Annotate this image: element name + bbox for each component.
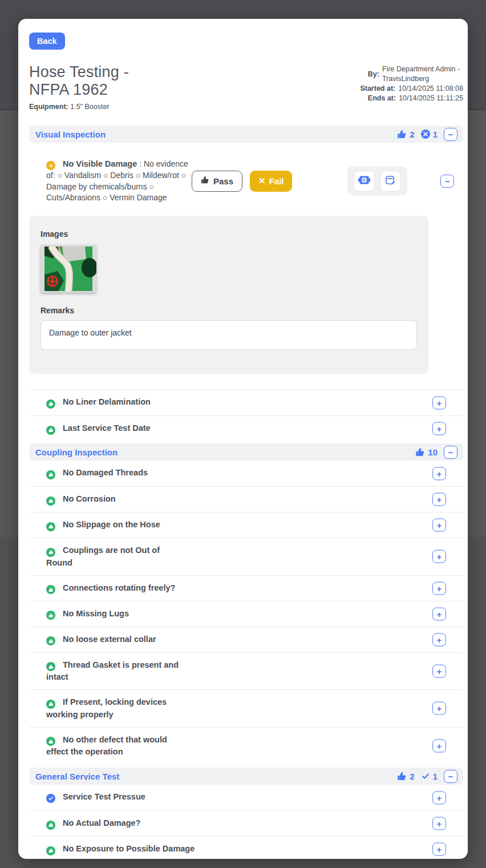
collapse-item-button[interactable]: − xyxy=(440,175,454,188)
started-value: 10/14/2025 11:08:08 xyxy=(398,84,463,94)
expand-item-button[interactable]: + xyxy=(432,467,446,480)
checklist-item: No other defect that would effect the op… xyxy=(29,727,463,765)
pass-status-icon xyxy=(46,846,55,855)
check-count-badge: 1 xyxy=(421,772,438,781)
pass-status-icon xyxy=(46,548,55,557)
remarks-textarea[interactable]: Damage to outer jacket xyxy=(40,320,417,350)
thumbs-up-icon xyxy=(397,130,407,139)
expand-item-button[interactable]: + xyxy=(432,791,446,804)
expand-item-button[interactable]: + xyxy=(432,739,446,752)
by-label: By: xyxy=(368,70,379,79)
expand-item-button[interactable]: + xyxy=(432,396,446,409)
x-circle-icon xyxy=(421,130,430,139)
checklist-item: Thread Gasket is present and intact + xyxy=(29,652,463,690)
item-text: No Visible Damage : No evidence of: ○ Va… xyxy=(29,159,192,204)
remarks-label: Remarks xyxy=(40,306,417,315)
section-header-general-service-test: General Service Test 2 1 − xyxy=(29,768,463,785)
item-detail-panel: Images Remarks Damage to outer jacket xyxy=(29,216,428,374)
checklist-item: No Exposure to Possible Damage + xyxy=(29,836,463,862)
camera-icon xyxy=(358,175,370,187)
checklist-item: No Liner Delamination + xyxy=(29,390,463,415)
by-line: By: Fire Department Admin - TravisLindbe… xyxy=(360,64,463,84)
collapse-section-button[interactable]: − xyxy=(444,446,457,459)
pass-status-icon xyxy=(46,585,55,594)
started-line: Started at: 10/14/2025 11:08:08 xyxy=(360,84,463,94)
pass-status-icon xyxy=(46,496,55,506)
report-meta: By: Fire Department Admin - TravisLindbe… xyxy=(360,63,463,111)
expand-item-button[interactable]: + xyxy=(432,843,446,856)
ends-value: 10/14/2025 11:11:25 xyxy=(399,94,463,103)
pass-status-icon xyxy=(46,636,55,645)
checklist-item-expanded: No Visible Damage : No evidence of: ○ Va… xyxy=(29,151,463,211)
thumbs-up-icon xyxy=(397,772,407,781)
pass-status-icon xyxy=(46,700,55,709)
images-label: Images xyxy=(40,229,417,239)
check-status-icon xyxy=(46,794,55,803)
expand-item-button[interactable]: + xyxy=(432,550,446,563)
general-service-test-items: Service Test Pressue + No Actual Damage?… xyxy=(29,785,463,862)
pass-status-icon xyxy=(46,662,55,671)
by-value: Fire Department Admin - TravisLindberg xyxy=(382,64,463,84)
inspection-photo-thumbnail[interactable] xyxy=(40,245,96,293)
expand-item-button[interactable]: + xyxy=(432,493,446,506)
checklist-item: Last Service Test Date + xyxy=(29,415,463,441)
expand-item-button[interactable]: + xyxy=(432,664,446,677)
collapse-section-button[interactable]: − xyxy=(444,770,457,783)
fail-button[interactable]: ✕ Fail xyxy=(250,171,292,192)
collapse-section-button[interactable]: − xyxy=(444,128,457,141)
checklist-item: No Corrosion + xyxy=(29,486,463,512)
images-camera-button[interactable] xyxy=(354,171,375,192)
pass-button[interactable]: Pass xyxy=(192,171,242,192)
inspection-report-modal: Back Hose Testing - NFPA 1962 Equipment:… xyxy=(18,19,468,859)
page-title: Hose Testing - NFPA 1962 xyxy=(29,63,129,99)
pass-count-badge: 10 xyxy=(415,447,438,457)
x-mark-icon: ✕ xyxy=(258,176,266,186)
section-title: Visual Inspection xyxy=(35,130,106,139)
pass-status-icon xyxy=(46,611,55,620)
section-title: Coupling Inspection xyxy=(35,447,118,457)
ends-label: Ends at: xyxy=(368,94,396,103)
expand-item-button[interactable]: + xyxy=(432,519,446,532)
pass-status-icon xyxy=(46,737,55,746)
visual-inspection-items: No Liner Delamination + Last Service Tes… xyxy=(29,389,463,441)
item-title: No Visible Damage xyxy=(63,159,137,168)
note-edit-icon xyxy=(385,175,396,187)
pass-status-icon xyxy=(46,399,55,409)
pass-status-icon xyxy=(46,522,55,531)
item-tools-group xyxy=(347,166,407,196)
expand-item-button[interactable]: + xyxy=(432,702,446,715)
checklist-item: Couplings are not Out of Round + xyxy=(29,538,463,575)
pass-status-icon xyxy=(46,426,55,435)
fail-count-badge: 1 xyxy=(421,130,438,139)
thumbs-up-icon xyxy=(415,447,425,457)
coupling-inspection-items: No Damaged Threads + No Corrosion + No S… xyxy=(29,461,463,764)
section-header-visual-inspection: Visual Inspection 2 1 − xyxy=(29,126,463,143)
expand-item-button[interactable]: + xyxy=(432,422,446,435)
checklist-item: No Actual Damage? + xyxy=(29,810,463,836)
pass-count-badge: 2 xyxy=(397,772,414,781)
expand-item-button[interactable]: + xyxy=(432,817,446,830)
checklist-item: Service Test Pressue + xyxy=(29,785,463,810)
checklist-item: If Present, locking devices working prop… xyxy=(29,689,463,727)
ends-line: Ends at: 10/14/2025 11:11:25 xyxy=(360,94,463,103)
equipment-line: Equipment: 1.5" Booster xyxy=(29,103,129,111)
expand-item-button[interactable]: + xyxy=(432,607,446,620)
remarks-edit-button[interactable] xyxy=(380,171,401,192)
fail-status-icon xyxy=(46,161,55,170)
pass-status-icon xyxy=(46,821,55,830)
back-button[interactable]: Back xyxy=(29,33,65,50)
checklist-item: No Slippage on the Hose + xyxy=(29,512,463,538)
expand-item-button[interactable]: + xyxy=(432,633,446,646)
pass-status-icon xyxy=(46,470,55,479)
checklist-item: No Damaged Threads + xyxy=(29,461,463,486)
report-header: Hose Testing - NFPA 1962 Equipment: 1.5"… xyxy=(29,63,463,111)
checklist-item: No loose external collar + xyxy=(29,627,463,652)
checklist-item: Connections rotating freely? + xyxy=(29,575,463,601)
section-title: General Service Test xyxy=(35,772,119,781)
equipment-value: 1.5" Booster xyxy=(70,103,109,111)
equipment-label: Equipment: xyxy=(29,103,68,111)
expand-item-button[interactable]: + xyxy=(432,582,446,595)
checklist-item: No Missing Lugs + xyxy=(29,601,463,627)
started-label: Started at: xyxy=(360,84,395,94)
check-icon xyxy=(421,772,430,781)
